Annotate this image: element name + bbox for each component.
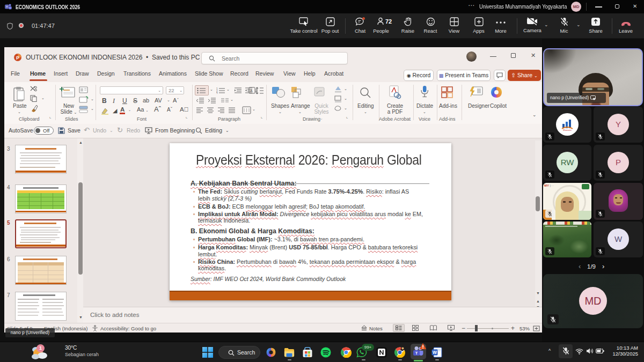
- svg-text:A: A: [250, 89, 253, 93]
- svg-text:3: 3: [216, 92, 218, 94]
- svg-text:T: T: [415, 351, 418, 356]
- svg-text:T: T: [6, 5, 8, 9]
- svg-text:P: P: [16, 55, 19, 61]
- svg-text:W: W: [433, 350, 437, 355]
- svg-text:72: 72: [385, 18, 392, 25]
- svg-text:Ekonomi: Ekonomi: [563, 129, 572, 131]
